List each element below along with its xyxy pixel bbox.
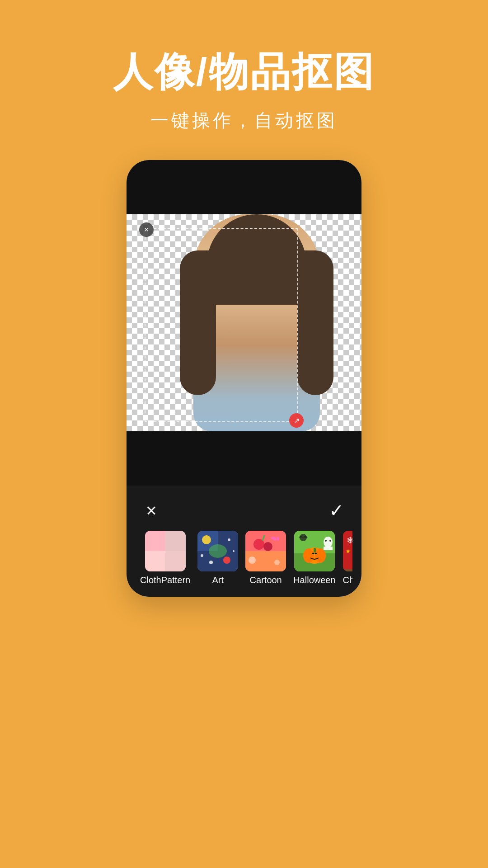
svg-point-19 [303,548,314,563]
filter-thumb-cartoon [245,531,286,571]
header-section: 人像/物品抠图 一键操作，自动抠图 [0,0,488,160]
svg-point-20 [315,548,326,563]
filter-thumb-christmas: ❄ ❄ ❄ ★ ★ [343,531,352,571]
cloth-q1 [145,531,165,551]
page-subtitle: 一键操作，自动抠图 [0,108,488,133]
filter-label-christmas: Christmas [343,575,352,585]
svg-point-27 [329,540,331,542]
svg-rect-23 [314,548,316,552]
svg-point-24 [324,537,333,547]
svg-point-7 [228,538,230,541]
filter-thumb-cloth [145,531,186,571]
close-icon: × [144,225,149,235]
resize-icon: ↗ [294,416,300,425]
filter-label-cloth: ClothPattern [140,575,190,585]
svg-point-3 [223,557,230,564]
cloth-q2 [165,531,186,551]
cloth-q4 [165,551,186,571]
christmas-svg: ❄ ❄ ❄ ★ ★ [343,531,352,571]
resize-handle[interactable]: ↗ [289,413,304,428]
filter-item-cloth[interactable]: ClothPattern [140,531,190,588]
svg-text:★: ★ [345,547,351,555]
filter-thumb-halloween [294,531,335,571]
filter-item-art[interactable]: Art [197,531,238,588]
controls-row: × ✓ [136,499,352,531]
svg-point-5 [201,554,203,557]
cartoon-svg [245,531,286,571]
svg-point-14 [249,557,256,564]
selection-box[interactable]: × ↗ [145,228,298,422]
filter-label-cartoon: Cartoon [250,575,282,585]
filter-list: ClothPattern [136,531,352,597]
close-handle[interactable]: × [139,222,154,237]
page-title: 人像/物品抠图 [0,45,488,99]
phone-top-bar [127,160,361,214]
controls-area: × ✓ ClothPattern [127,486,361,597]
svg-point-12 [263,542,272,551]
svg-point-8 [233,550,235,552]
transparent-background: × ↗ [127,214,361,431]
cancel-button[interactable]: × [140,499,163,522]
svg-point-4 [209,544,227,558]
svg-point-26 [325,540,327,542]
art-pattern [197,531,238,571]
image-editing-area: × ↗ [127,214,361,431]
cloth-q3 [145,551,165,571]
confirm-button[interactable]: ✓ [325,499,348,522]
halloween-svg [294,531,335,571]
svg-text:❄: ❄ [352,557,352,564]
svg-rect-41 [343,569,352,571]
filter-label-art: Art [212,575,224,585]
svg-text:❄: ❄ [347,535,352,545]
phone-bottom-bar [127,431,361,486]
svg-point-2 [202,535,211,544]
filter-item-halloween[interactable]: Halloween [293,531,335,588]
svg-point-6 [209,561,213,564]
filter-label-halloween: Halloween [293,575,335,585]
filter-thumb-art [197,531,238,571]
phone-mockup: × ↗ × ✓ [127,160,361,597]
cloth-pattern [145,531,186,571]
filter-item-cartoon[interactable]: Cartoon [245,531,286,588]
svg-point-15 [274,560,280,565]
filter-item-christmas[interactable]: ❄ ❄ ❄ ★ ★ [343,531,352,588]
halloween-pattern [294,531,335,571]
svg-rect-25 [324,547,333,550]
christmas-pattern: ❄ ❄ ❄ ★ ★ [343,531,352,571]
art-svg [197,531,238,571]
cartoon-pattern [245,531,286,571]
